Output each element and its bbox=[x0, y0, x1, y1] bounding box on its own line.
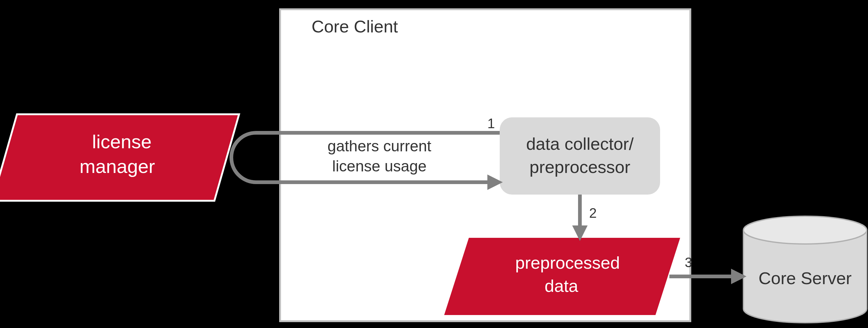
step-number-1: 1 bbox=[487, 116, 495, 131]
preprocessed-data-label-1: preprocessed bbox=[515, 253, 620, 272]
svg-point-8 bbox=[743, 216, 867, 244]
license-manager-label-1: license bbox=[92, 131, 152, 152]
gathers-label-1: gathers current bbox=[328, 137, 431, 155]
core-client-title: Core Client bbox=[312, 17, 398, 36]
step-number-3: 3 bbox=[685, 255, 692, 270]
svg-rect-2 bbox=[500, 117, 660, 195]
license-manager-label-2: manager bbox=[80, 156, 155, 177]
core-server-label: Core Server bbox=[758, 268, 851, 288]
preprocessed-data-label-2: data bbox=[545, 276, 579, 296]
license-manager-node: license manager bbox=[0, 114, 239, 201]
data-collector-label-2: preprocessor bbox=[530, 157, 630, 177]
core-server-node: Core Server bbox=[743, 216, 867, 323]
data-collector-node: data collector/ preprocessor bbox=[500, 117, 660, 195]
preprocessed-data-node: preprocessed data bbox=[444, 238, 680, 315]
gathers-label-2: license usage bbox=[332, 158, 427, 175]
data-collector-label-1: data collector/ bbox=[526, 134, 634, 154]
step-number-2: 2 bbox=[589, 206, 596, 220]
